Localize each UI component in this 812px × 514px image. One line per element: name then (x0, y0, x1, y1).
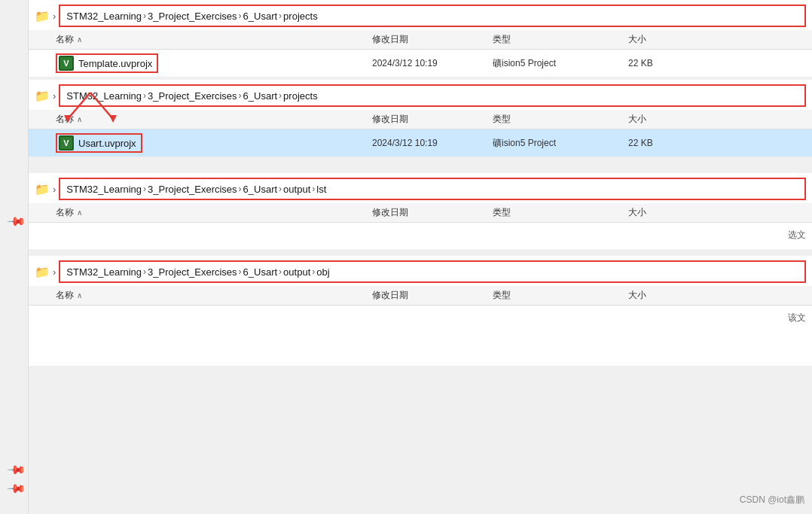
bc3-5: lst (316, 184, 326, 195)
col-type-label-2: 类型 (493, 114, 511, 124)
bc4-5: obj (316, 266, 329, 278)
bc2-3: 6_Usart (243, 90, 278, 102)
explorer-section-1: 📁 › STM32_Learning › 3_Project_Exercises… (29, 0, 812, 78)
main-container: 📌 📌 📌 📁 › STM32_Learning › 3_Project_Exe… (0, 0, 812, 514)
breadcrumb-4[interactable]: STM32_Learning › 3_Project_Exercises › 6… (59, 260, 806, 283)
breadcrumb-2[interactable]: STM32_Learning › 3_Project_Exercises › 6… (59, 84, 806, 107)
uvprojx-icon-2 (59, 135, 74, 151)
col-size-label-4: 大小 (628, 290, 646, 300)
folder-icon-3: 📁 (35, 182, 50, 196)
folder-icon-2: 📁 (35, 89, 50, 103)
watermark: CSDN @iot鑫鹏 (740, 494, 804, 506)
bc4-3: 6_Usart (243, 266, 278, 278)
file-date-2: 2024/3/12 10:19 (372, 138, 493, 148)
breadcrumb-text-3: 6_Usart (243, 11, 278, 22)
column-header-1: 名称 ∧ 修改日期 类型 大小 (29, 30, 812, 50)
empty-area-3: 选文 (29, 223, 812, 249)
sort-icon-2: ∧ (77, 115, 82, 123)
bc4-2: 3_Project_Exercises (148, 266, 237, 278)
col-name-header-4[interactable]: 名称 ∧ (56, 289, 372, 302)
breadcrumb-text-4: projects (283, 11, 318, 22)
right-label-3: 选文 (788, 229, 812, 242)
col-name-label: 名称 (56, 33, 74, 46)
file-name-text-2: Usart.uvprojx (78, 138, 136, 149)
col-size-label: 大小 (628, 34, 646, 44)
breadcrumb-3[interactable]: STM32_Learning › 3_Project_Exercises › 6… (59, 178, 806, 200)
sort-icon-4: ∧ (77, 291, 82, 300)
bc2-1: STM32_Learning (66, 90, 142, 102)
empty-area-4: 该文 (29, 306, 812, 366)
col-size-header-3[interactable]: 大小 (628, 206, 704, 219)
left-sidebar (0, 0, 29, 514)
file-name-text-1: Template.uvprojx (78, 58, 152, 69)
col-date-header-3[interactable]: 修改日期 (372, 206, 493, 219)
col-type-header-2[interactable]: 类型 (493, 113, 628, 126)
explorer-section-4: 📁 › STM32_Learning › 3_Project_Exercises… (29, 256, 812, 366)
file-size-1: 22 KB (628, 58, 704, 68)
bc3-1: STM32_Learning (66, 184, 142, 195)
file-type-2: 礦ision5 Project (493, 137, 628, 150)
col-size-header-2[interactable]: 大小 (628, 113, 704, 126)
nav-arrow-1[interactable]: › (53, 11, 56, 22)
col-name-label-4: 名称 (56, 289, 74, 302)
col-name-header-2[interactable]: 名称 ∧ (56, 113, 372, 126)
col-name-label-3: 名称 (56, 206, 74, 219)
col-type-label-4: 类型 (493, 290, 511, 300)
file-name-cell-1: Template.uvprojx (56, 53, 372, 73)
folder-icon-1: 📁 (35, 9, 50, 23)
file-box-1: Template.uvprojx (56, 53, 158, 73)
col-type-header[interactable]: 类型 (493, 33, 628, 46)
col-date-header-2[interactable]: 修改日期 (372, 113, 493, 126)
bc3-2: 3_Project_Exercises (148, 184, 237, 195)
file-date-1: 2024/3/12 10:19 (372, 58, 493, 68)
col-name-header[interactable]: 名称 ∧ (56, 33, 372, 46)
bc4-4: output (283, 266, 310, 278)
col-size-label-2: 大小 (628, 114, 646, 124)
col-date-header-4[interactable]: 修改日期 (372, 289, 493, 302)
bc3-3: 6_Usart (243, 184, 278, 195)
bc3-4: output (283, 184, 310, 195)
nav-arrow-3[interactable]: › (53, 184, 56, 195)
col-date-label-4: 修改日期 (372, 290, 408, 300)
col-size-header-4[interactable]: 大小 (628, 289, 704, 302)
col-date-label-2: 修改日期 (372, 114, 408, 124)
gap-1 (29, 160, 812, 173)
file-name-cell-2: Usart.uvprojx (56, 133, 372, 153)
explorer-section-3: 📁 › STM32_Learning › 3_Project_Exercises… (29, 173, 812, 249)
breadcrumb-text-2: 3_Project_Exercises (148, 11, 237, 22)
col-date-label: 修改日期 (372, 34, 408, 44)
nav-arrow-4[interactable]: › (53, 266, 56, 278)
breadcrumb-1[interactable]: STM32_Learning › 3_Project_Exercises › 6… (59, 5, 806, 27)
content-area: 📁 › STM32_Learning › 3_Project_Exercises… (29, 0, 812, 366)
col-size-label-3: 大小 (628, 207, 646, 217)
col-date-label-3: 修改日期 (372, 207, 408, 217)
column-header-3: 名称 ∧ 修改日期 类型 大小 (29, 203, 812, 223)
column-header-4: 名称 ∧ 修改日期 类型 大小 (29, 286, 812, 306)
bc2-4: projects (283, 90, 318, 102)
column-header-2: 名称 ∧ 修改日期 类型 大小 (29, 110, 812, 129)
bc4-1: STM32_Learning (66, 266, 142, 278)
file-row-usart[interactable]: Usart.uvprojx 2024/3/12 10:19 礦ision5 Pr… (29, 129, 812, 157)
uvprojx-icon-1 (59, 56, 74, 71)
col-type-header-4[interactable]: 类型 (493, 289, 628, 302)
col-type-label: 类型 (493, 34, 511, 44)
explorer-section-2: 📁 › STM32_Learning › 3_Project_Exercises… (29, 80, 812, 157)
file-row-template[interactable]: Template.uvprojx 2024/3/12 10:19 礦ision5… (29, 50, 812, 78)
col-name-header-3[interactable]: 名称 ∧ (56, 206, 372, 219)
col-date-header[interactable]: 修改日期 (372, 33, 493, 46)
col-type-header-3[interactable]: 类型 (493, 206, 628, 219)
nav-arrow-2[interactable]: › (53, 90, 56, 102)
folder-icon-4: 📁 (35, 265, 50, 279)
breadcrumb-text-1: STM32_Learning (66, 11, 142, 22)
file-box-2: Usart.uvprojx (56, 133, 142, 153)
col-name-label-2: 名称 (56, 113, 74, 126)
col-type-label-3: 类型 (493, 207, 511, 217)
col-size-header[interactable]: 大小 (628, 33, 704, 46)
right-label-4: 该文 (788, 312, 812, 324)
file-size-2: 22 KB (628, 138, 704, 148)
bc2-2: 3_Project_Exercises (148, 90, 237, 102)
sort-icon: ∧ (77, 35, 82, 44)
file-type-1: 礦ision5 Project (493, 57, 628, 70)
sort-icon-3: ∧ (77, 208, 82, 217)
